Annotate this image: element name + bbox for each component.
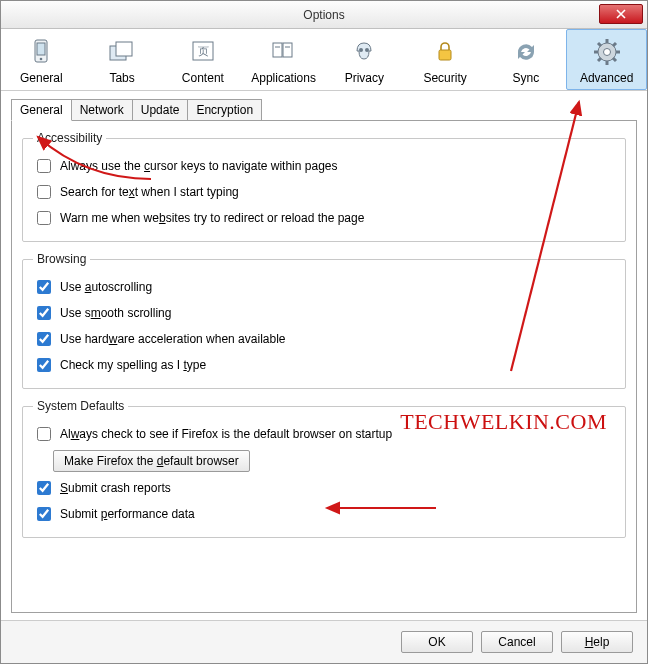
toolbar-tabs[interactable]: Tabs: [82, 29, 163, 90]
toolbar-label: Advanced: [580, 71, 633, 85]
toolbar-advanced[interactable]: Advanced: [566, 29, 647, 90]
checkbox-label: Submit crash reports: [60, 481, 171, 495]
toolbar-label: Security: [423, 71, 466, 85]
group-browsing: Browsing Use autoscrolling Use smooth sc…: [22, 252, 626, 389]
checkbox-label: Use autoscrolling: [60, 280, 152, 294]
sync-icon: [510, 36, 542, 68]
checkbox-crash-reports[interactable]: [37, 481, 51, 495]
titlebar: Options: [1, 1, 647, 29]
checkbox-label: Warn me when websites try to redirect or…: [60, 211, 364, 225]
checkbox-label: Always use the cursor keys to navigate w…: [60, 159, 337, 173]
close-icon: [616, 9, 626, 19]
dialog-buttons: OK Cancel Help: [1, 620, 647, 663]
svg-rect-1: [37, 43, 45, 55]
svg-point-12: [365, 48, 369, 52]
make-default-button[interactable]: Make Firefox the default browser: [53, 450, 250, 472]
checkbox-label: Use hardware acceleration when available: [60, 332, 285, 346]
cancel-button[interactable]: Cancel: [481, 631, 553, 653]
checkbox-hw-accel[interactable]: [37, 332, 51, 346]
svg-line-23: [598, 58, 601, 61]
toolbar-label: Tabs: [109, 71, 134, 85]
checkbox-smooth-scroll[interactable]: [37, 306, 51, 320]
svg-point-2: [40, 58, 43, 61]
content-icon: 页: [187, 36, 219, 68]
close-button[interactable]: [599, 4, 643, 24]
toolbar-general[interactable]: General: [1, 29, 82, 90]
lock-icon: [429, 36, 461, 68]
checkbox-cursor-keys[interactable]: [37, 159, 51, 173]
toolbar-sync[interactable]: Sync: [486, 29, 567, 90]
toolbar-applications[interactable]: Applications: [243, 29, 324, 90]
tab-update[interactable]: Update: [132, 99, 189, 121]
checkbox-autoscroll[interactable]: [37, 280, 51, 294]
tab-general[interactable]: General: [11, 99, 72, 121]
svg-text:页: 页: [197, 45, 208, 57]
toolbar-security[interactable]: Security: [405, 29, 486, 90]
help-button[interactable]: Help: [561, 631, 633, 653]
toolbar-privacy[interactable]: Privacy: [324, 29, 405, 90]
toolbar-label: General: [20, 71, 63, 85]
tab-panel: Accessibility Always use the cursor keys…: [11, 120, 637, 613]
tab-network[interactable]: Network: [71, 99, 133, 121]
checkbox-warn-redirect[interactable]: [37, 211, 51, 225]
svg-rect-4: [116, 42, 132, 56]
group-legend: Browsing: [33, 252, 90, 266]
gear-icon: [591, 36, 623, 68]
options-window: Options General Tabs 页 Content: [0, 0, 648, 664]
toolbar-content[interactable]: 页 Content: [163, 29, 244, 90]
group-system-defaults: System Defaults Always check to see if F…: [22, 399, 626, 538]
checkbox-spellcheck[interactable]: [37, 358, 51, 372]
checkbox-label: Search for text when I start typing: [60, 185, 239, 199]
window-title: Options: [303, 8, 344, 22]
subtab-strip: General Network Update Encryption: [1, 91, 647, 121]
category-toolbar: General Tabs 页 Content Applications Priv…: [1, 29, 647, 91]
checkbox-search-typing[interactable]: [37, 185, 51, 199]
checkbox-label: Always check to see if Firefox is the de…: [60, 427, 392, 441]
toolbar-label: Applications: [251, 71, 316, 85]
svg-line-22: [613, 43, 616, 46]
group-legend: Accessibility: [33, 131, 106, 145]
tab-encryption[interactable]: Encryption: [187, 99, 262, 121]
svg-rect-13: [439, 50, 451, 60]
group-legend: System Defaults: [33, 399, 128, 413]
checkbox-label: Submit performance data: [60, 507, 195, 521]
checkbox-check-default[interactable]: [37, 427, 51, 441]
svg-line-21: [613, 58, 616, 61]
toolbar-label: Privacy: [345, 71, 384, 85]
applications-icon: [268, 36, 300, 68]
group-accessibility: Accessibility Always use the cursor keys…: [22, 131, 626, 242]
svg-point-11: [359, 48, 363, 52]
svg-line-20: [598, 43, 601, 46]
general-icon: [25, 36, 57, 68]
checkbox-label: Check my spelling as I type: [60, 358, 206, 372]
toolbar-label: Sync: [513, 71, 540, 85]
svg-rect-7: [273, 43, 282, 57]
svg-rect-8: [283, 43, 292, 57]
tabs-icon: [106, 36, 138, 68]
privacy-icon: [348, 36, 380, 68]
checkbox-perf-data[interactable]: [37, 507, 51, 521]
toolbar-label: Content: [182, 71, 224, 85]
checkbox-label: Use smooth scrolling: [60, 306, 171, 320]
ok-button[interactable]: OK: [401, 631, 473, 653]
svg-point-15: [603, 49, 610, 56]
